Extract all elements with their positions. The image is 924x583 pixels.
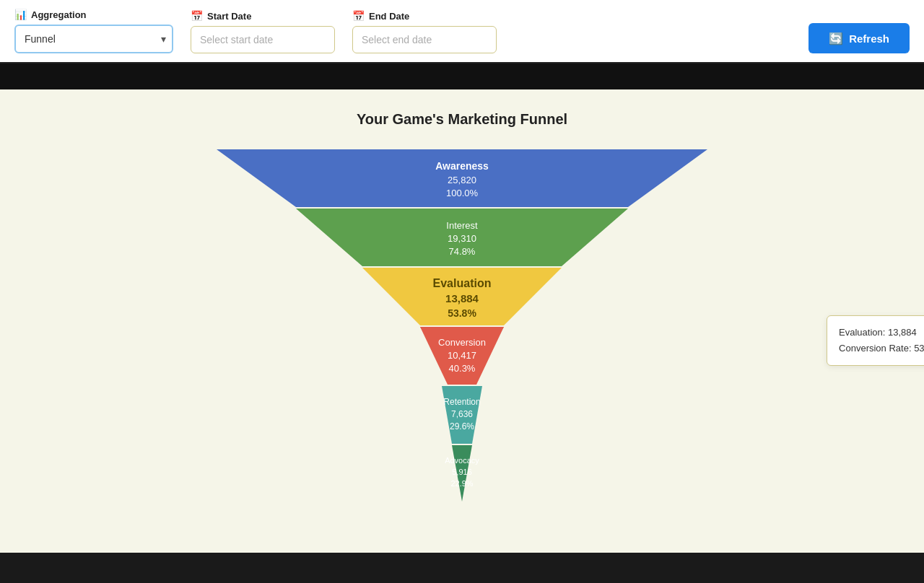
refresh-icon: 🔄 — [829, 32, 843, 45]
svg-text:74.8%: 74.8% — [449, 246, 476, 257]
aggregation-label: 📊 Aggregation — [14, 9, 173, 20]
aggregation-icon: 📊 — [14, 9, 27, 20]
aggregation-group: 📊 Aggregation Funnel Daily Weekly Monthl… — [14, 9, 173, 53]
funnel-container: Awareness 25,820 100.0% Interest 19,310 … — [14, 149, 910, 506]
svg-text:5,916: 5,916 — [452, 468, 472, 476]
svg-text:40.3%: 40.3% — [449, 363, 476, 374]
start-date-group: 📅 Start Date — [191, 10, 335, 53]
evaluation-tooltip: Evaluation: 13,884 Conversion Rate: 53.8… — [827, 315, 924, 366]
svg-text:29.6%: 29.6% — [450, 421, 474, 431]
end-date-input[interactable] — [352, 26, 497, 53]
svg-text:Conversion: Conversion — [438, 337, 486, 348]
dark-separator-bar — [0, 63, 924, 89]
chart-title: Your Game's Marketing Funnel — [14, 111, 910, 128]
refresh-button[interactable]: 🔄 Refresh — [808, 23, 910, 53]
svg-text:22.9%: 22.9% — [450, 479, 473, 488]
svg-text:25,820: 25,820 — [448, 175, 476, 185]
aggregation-select-wrapper: Funnel Daily Weekly Monthly ▾ — [14, 25, 173, 53]
start-date-label: 📅 Start Date — [191, 10, 335, 22]
svg-text:Evaluation: Evaluation — [433, 277, 492, 289]
svg-text:Advocacy: Advocacy — [445, 456, 479, 465]
end-date-label: 📅 End Date — [352, 10, 497, 22]
tooltip-line1: Evaluation: 13,884 — [839, 325, 924, 341]
svg-text:Retention: Retention — [443, 397, 480, 407]
start-date-input[interactable] — [191, 26, 335, 53]
svg-text:13,884: 13,884 — [445, 292, 479, 304]
calendar-icon-end: 📅 — [352, 10, 365, 22]
funnel-svg-wrapper: Awareness 25,820 100.0% Interest 19,310 … — [108, 149, 816, 506]
aggregation-select[interactable]: Funnel Daily Weekly Monthly — [14, 25, 173, 53]
svg-text:10,417: 10,417 — [448, 350, 476, 361]
tooltip-line2: Conversion Rate: 53.8% — [839, 341, 924, 356]
svg-text:Interest: Interest — [446, 220, 478, 231]
end-date-group: 📅 End Date — [352, 10, 497, 53]
toolbar: 📊 Aggregation Funnel Daily Weekly Monthl… — [0, 0, 924, 63]
funnel-chart: Awareness 25,820 100.0% Interest 19,310 … — [108, 149, 816, 503]
main-content: Your Game's Marketing Funnel Awareness 2… — [0, 89, 924, 553]
svg-text:19,310: 19,310 — [448, 233, 476, 244]
svg-text:Awareness: Awareness — [435, 160, 489, 172]
svg-text:53.8%: 53.8% — [448, 307, 476, 319]
svg-text:100.0%: 100.0% — [446, 188, 479, 198]
calendar-icon-start: 📅 — [191, 10, 203, 22]
svg-text:7,636: 7,636 — [451, 409, 473, 419]
